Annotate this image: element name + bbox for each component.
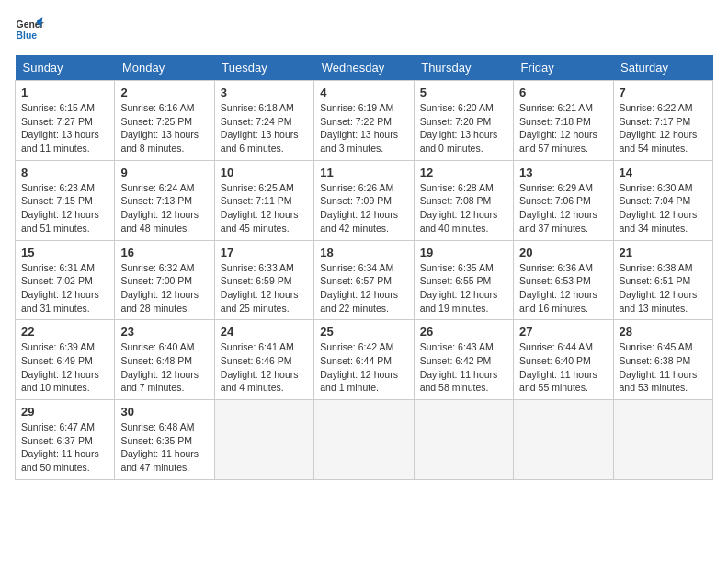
day-info: Sunrise: 6:34 AM Sunset: 6:57 PM Dayligh…: [320, 261, 407, 316]
svg-text:Blue: Blue: [17, 30, 38, 40]
day-number: 26: [420, 325, 507, 339]
day-number: 23: [120, 325, 208, 339]
calendar-cell: [514, 400, 613, 480]
day-info: Sunrise: 6:45 AM Sunset: 6:38 PM Dayligh…: [620, 340, 707, 395]
calendar-cell: 7Sunrise: 6:22 AM Sunset: 7:17 PM Daylig…: [613, 81, 712, 161]
calendar-cell: 19Sunrise: 6:35 AM Sunset: 6:55 PM Dayli…: [414, 240, 513, 320]
day-number: 9: [120, 166, 208, 179]
day-number: 18: [320, 246, 407, 259]
calendar-header: SundayMondayTuesdayWednesdayThursdayFrid…: [16, 55, 713, 81]
day-info: Sunrise: 6:31 AM Sunset: 7:02 PM Dayligh…: [21, 261, 108, 316]
day-number: 17: [221, 246, 308, 259]
day-number: 29: [21, 405, 108, 419]
day-number: 30: [120, 405, 208, 419]
day-number: 27: [519, 325, 607, 339]
calendar-cell: 15Sunrise: 6:31 AM Sunset: 7:02 PM Dayli…: [16, 240, 115, 320]
day-info: Sunrise: 6:47 AM Sunset: 6:37 PM Dayligh…: [21, 420, 108, 475]
day-number: 19: [420, 246, 507, 259]
calendar-cell: 28Sunrise: 6:45 AM Sunset: 6:38 PM Dayli…: [613, 320, 712, 400]
day-number: 16: [120, 246, 208, 259]
calendar-cell: 13Sunrise: 6:29 AM Sunset: 7:06 PM Dayli…: [514, 160, 613, 240]
calendar-cell: 24Sunrise: 6:41 AM Sunset: 6:46 PM Dayli…: [214, 320, 313, 400]
calendar-cell: 26Sunrise: 6:43 AM Sunset: 6:42 PM Dayli…: [414, 320, 513, 400]
calendar-cell: [613, 400, 712, 480]
day-number: 11: [320, 166, 407, 179]
calendar-cell: 11Sunrise: 6:26 AM Sunset: 7:09 PM Dayli…: [314, 160, 414, 240]
calendar-cell: 27Sunrise: 6:44 AM Sunset: 6:40 PM Dayli…: [514, 320, 613, 400]
calendar-cell: 2Sunrise: 6:16 AM Sunset: 7:25 PM Daylig…: [115, 81, 214, 161]
calendar-cell: 12Sunrise: 6:28 AM Sunset: 7:08 PM Dayli…: [414, 160, 513, 240]
day-number: 2: [120, 86, 208, 99]
calendar-cell: 22Sunrise: 6:39 AM Sunset: 6:49 PM Dayli…: [16, 320, 115, 400]
calendar-week-2: 15Sunrise: 6:31 AM Sunset: 7:02 PM Dayli…: [16, 240, 713, 320]
day-info: Sunrise: 6:24 AM Sunset: 7:13 PM Dayligh…: [120, 181, 208, 236]
day-info: Sunrise: 6:29 AM Sunset: 7:06 PM Dayligh…: [519, 181, 607, 236]
day-number: 3: [221, 86, 308, 99]
day-info: Sunrise: 6:19 AM Sunset: 7:22 PM Dayligh…: [320, 101, 407, 155]
calendar-cell: 3Sunrise: 6:18 AM Sunset: 7:24 PM Daylig…: [214, 81, 313, 161]
day-info: Sunrise: 6:39 AM Sunset: 6:49 PM Dayligh…: [21, 340, 108, 395]
calendar-cell: [314, 400, 414, 480]
day-info: Sunrise: 6:28 AM Sunset: 7:08 PM Dayligh…: [420, 181, 507, 236]
day-info: Sunrise: 6:43 AM Sunset: 6:42 PM Dayligh…: [420, 340, 507, 395]
weekday-header-friday: Friday: [514, 55, 613, 81]
day-number: 24: [221, 325, 308, 339]
calendar-week-0: 1Sunrise: 6:15 AM Sunset: 7:27 PM Daylig…: [16, 81, 713, 161]
calendar-cell: 1Sunrise: 6:15 AM Sunset: 7:27 PM Daylig…: [16, 81, 115, 161]
calendar-week-4: 29Sunrise: 6:47 AM Sunset: 6:37 PM Dayli…: [16, 400, 713, 480]
day-info: Sunrise: 6:22 AM Sunset: 7:17 PM Dayligh…: [620, 101, 707, 155]
day-info: Sunrise: 6:35 AM Sunset: 6:55 PM Dayligh…: [420, 261, 507, 316]
day-info: Sunrise: 6:15 AM Sunset: 7:27 PM Dayligh…: [21, 101, 108, 155]
calendar-cell: 30Sunrise: 6:48 AM Sunset: 6:35 PM Dayli…: [115, 400, 214, 480]
day-number: 7: [620, 86, 707, 99]
weekday-header-saturday: Saturday: [613, 55, 712, 81]
page-header: General Blue: [15, 15, 713, 44]
day-info: Sunrise: 6:42 AM Sunset: 6:44 PM Dayligh…: [320, 340, 407, 395]
calendar-cell: 29Sunrise: 6:47 AM Sunset: 6:37 PM Dayli…: [16, 400, 115, 480]
day-number: 22: [21, 325, 108, 339]
day-info: Sunrise: 6:44 AM Sunset: 6:40 PM Dayligh…: [519, 340, 607, 395]
day-number: 15: [21, 246, 108, 259]
day-number: 25: [320, 325, 407, 339]
day-number: 6: [519, 86, 607, 99]
day-info: Sunrise: 6:41 AM Sunset: 6:46 PM Dayligh…: [221, 340, 308, 395]
weekday-header-sunday: Sunday: [16, 55, 115, 81]
day-number: 8: [21, 166, 108, 179]
weekday-header-wednesday: Wednesday: [314, 55, 414, 81]
calendar-table: SundayMondayTuesdayWednesdayThursdayFrid…: [15, 55, 713, 480]
day-info: Sunrise: 6:20 AM Sunset: 7:20 PM Dayligh…: [420, 101, 507, 155]
day-number: 1: [21, 86, 108, 99]
calendar-cell: 4Sunrise: 6:19 AM Sunset: 7:22 PM Daylig…: [314, 81, 414, 161]
calendar-cell: 25Sunrise: 6:42 AM Sunset: 6:44 PM Dayli…: [314, 320, 414, 400]
day-info: Sunrise: 6:38 AM Sunset: 6:51 PM Dayligh…: [620, 261, 707, 316]
calendar-cell: [414, 400, 513, 480]
calendar-cell: 14Sunrise: 6:30 AM Sunset: 7:04 PM Dayli…: [613, 160, 712, 240]
day-number: 5: [420, 86, 507, 99]
calendar-cell: 8Sunrise: 6:23 AM Sunset: 7:15 PM Daylig…: [16, 160, 115, 240]
day-info: Sunrise: 6:18 AM Sunset: 7:24 PM Dayligh…: [221, 101, 308, 155]
day-number: 4: [320, 86, 407, 99]
calendar-cell: 18Sunrise: 6:34 AM Sunset: 6:57 PM Dayli…: [314, 240, 414, 320]
day-number: 14: [620, 166, 707, 179]
day-info: Sunrise: 6:33 AM Sunset: 6:59 PM Dayligh…: [221, 261, 308, 316]
day-info: Sunrise: 6:40 AM Sunset: 6:48 PM Dayligh…: [120, 340, 208, 395]
day-number: 21: [620, 246, 707, 259]
calendar-body: 1Sunrise: 6:15 AM Sunset: 7:27 PM Daylig…: [16, 81, 713, 480]
calendar-week-1: 8Sunrise: 6:23 AM Sunset: 7:15 PM Daylig…: [16, 160, 713, 240]
day-number: 10: [221, 166, 308, 179]
weekday-header-monday: Monday: [115, 55, 214, 81]
calendar-cell: 21Sunrise: 6:38 AM Sunset: 6:51 PM Dayli…: [613, 240, 712, 320]
weekday-row: SundayMondayTuesdayWednesdayThursdayFrid…: [16, 55, 713, 81]
calendar-cell: [214, 400, 313, 480]
calendar-cell: 6Sunrise: 6:21 AM Sunset: 7:18 PM Daylig…: [514, 81, 613, 161]
calendar-week-3: 22Sunrise: 6:39 AM Sunset: 6:49 PM Dayli…: [16, 320, 713, 400]
day-info: Sunrise: 6:32 AM Sunset: 7:00 PM Dayligh…: [120, 261, 208, 316]
weekday-header-tuesday: Tuesday: [214, 55, 313, 81]
calendar-cell: 10Sunrise: 6:25 AM Sunset: 7:11 PM Dayli…: [214, 160, 313, 240]
calendar-cell: 20Sunrise: 6:36 AM Sunset: 6:53 PM Dayli…: [514, 240, 613, 320]
logo: General Blue: [15, 15, 44, 44]
day-info: Sunrise: 6:48 AM Sunset: 6:35 PM Dayligh…: [120, 420, 208, 475]
day-number: 12: [420, 166, 507, 179]
day-number: 20: [519, 246, 607, 259]
day-info: Sunrise: 6:26 AM Sunset: 7:09 PM Dayligh…: [320, 181, 407, 236]
